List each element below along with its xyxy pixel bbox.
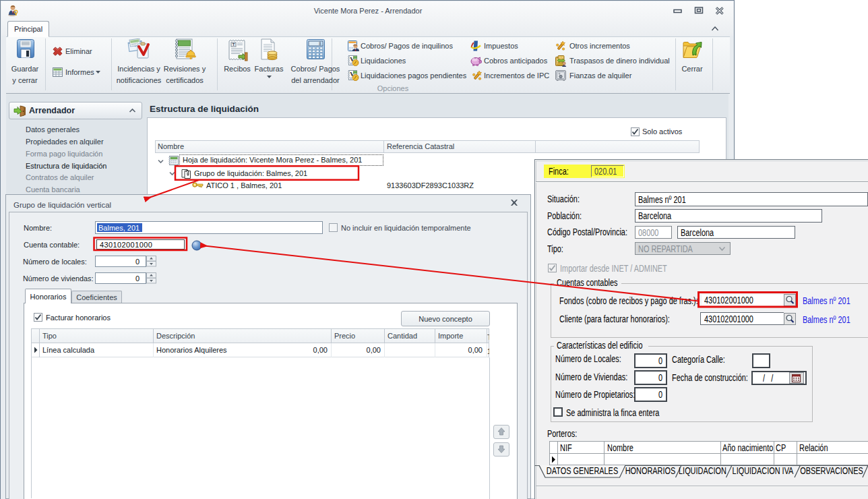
svg-text:HONORARIOS: HONORARIOS xyxy=(625,466,676,477)
svg-text:DATOS GENERALES: DATOS GENERALES xyxy=(547,466,618,477)
svg-text:8: 8 xyxy=(319,42,321,47)
svg-text:LIQUIDACION: LIQUIDACION xyxy=(679,466,726,477)
svg-text:T: T xyxy=(232,42,235,47)
svg-text:LIQUIDACION IVA: LIQUIDACION IVA xyxy=(733,466,794,477)
svg-text:OBSERVACIONES: OBSERVACIONES xyxy=(800,466,863,477)
